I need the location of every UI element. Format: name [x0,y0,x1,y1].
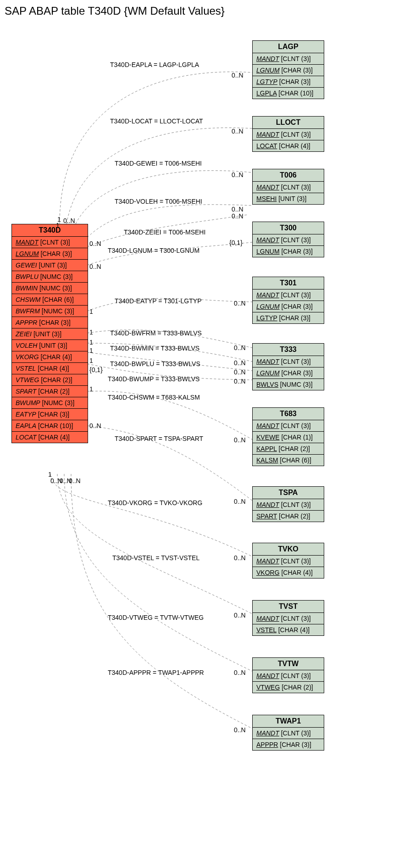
entity-tvko: TVKOMANDT [CLNT (3)]VKORG [CHAR (4)] [252,543,324,579]
cardinality-left: 1 [89,308,93,315]
cardinality-left: 1 [56,222,60,229]
entity-t300: T300MANDT [CLNT (3)]LGNUM [CHAR (3)] [252,222,324,257]
relation-label: T340D-VTWEG = TVTW-VTWEG [108,614,204,621]
entity-twap1: TWAP1MANDT [CLNT (3)]APPPR [CHAR (3)] [252,715,324,751]
cardinality-right: 0..N [234,436,246,444]
field-vstel: VSTEL [CHAR (4)] [12,363,88,374]
field-zeiei: ZEIEI [UNIT (3)] [12,328,88,340]
relation-label: T340D-EATYP = T301-LGTYP [115,297,201,305]
cardinality-right: 0..N [234,669,246,676]
field-spart: SPART [CHAR (2)] [12,386,88,397]
relation-label: T340D-VOLEH = T006-MSEHI [115,198,202,205]
entity-header: T683 [253,408,324,420]
entity-header: T333 [253,344,324,356]
field-locat: LOCAT [CHAR (4)] [253,140,324,151]
field-lgnum: LGNUM [CHAR (3)] [253,246,324,257]
entity-t683: T683MANDT [CLNT (3)]KVEWE [CHAR (1)]KAPP… [252,407,324,466]
relation-label: T340D-BWUMP = T333-BWLVS [108,375,199,383]
relation-label: T340D-GEWEI = T006-MSEHI [115,160,202,167]
entity-header: TWAP1 [253,715,324,728]
entity-t301: T301MANDT [CLNT (3)]LGNUM [CHAR (3)]LGTY… [252,277,324,324]
entity-t340d-header: T340D [12,224,88,237]
relation-label: T340D-CHSWM = T683-KALSM [108,394,200,401]
entity-header: TSPA [253,487,324,499]
cardinality-left: 1 [89,357,93,364]
entity-header: T006 [253,169,324,182]
field-lgnum: LGNUM [CHAR (3)] [253,65,324,76]
entity-header: T300 [253,222,324,234]
cardinality-left: {0,1} [89,366,103,373]
relation-label: T340D-BWPLU = T333-BWLVS [110,360,200,367]
field-bwump: BWUMP [NUMC (3)] [12,397,88,409]
page-title: SAP ABAP table T340D {WM Default Values} [5,5,393,17]
cardinality-left: 0..N [63,217,75,224]
entity-tspa: TSPAMANDT [CLNT (3)]SPART [CHAR (2)] [252,486,324,522]
field-voleh: VOLEH [UNIT (3)] [12,340,88,351]
cardinality-right: 0..N [234,726,246,734]
entity-header: TVKO [253,543,324,556]
field-lgnum: LGNUM [CHAR (3)] [253,301,324,312]
relation-label: T340D-BWMIN = T333-BWLVS [110,345,199,352]
field-mandt: MANDT [CLNT (3)] [253,129,324,140]
field-eatyp: EATYP [CHAR (3)] [12,409,88,420]
field-bwmin: BWMIN [NUMC (3)] [12,283,88,294]
cardinality-left: 0..N [89,240,101,247]
entity-header: TVST [253,601,324,613]
relation-label: T340D-APPPR = TWAP1-APPPR [108,669,204,676]
connector-lines [5,22,388,868]
er-diagram: T340D MANDT [CLNT (3)]LGNUM [CHAR (3)]GE… [5,22,388,868]
field-bwfrm: BWFRM [NUMC (3)] [12,306,88,317]
entity-t333: T333MANDT [CLNT (3)]LGNUM [CHAR (3)]BWLV… [252,343,324,390]
field-mandt: MANDT [CLNT (3)] [253,53,324,65]
field-apppr: APPPR [CHAR (3)] [12,317,88,328]
relation-label: T340D-VSTEL = TVST-VSTEL [112,554,199,562]
cardinality-left: 0..N [89,422,101,429]
cardinality-left: 1 [89,385,93,393]
field-bwlvs: BWLVS [NUMC (3)] [253,379,324,390]
field-gewei: GEWEI [UNIT (3)] [12,260,88,271]
entity-tvtw: TVTWMANDT [CLNT (3)]VTWEG [CHAR (2)] [252,657,324,693]
field-lgnum: LGNUM [CHAR (3)] [253,367,324,379]
field-eapla: EAPLA [CHAR (10)] [12,420,88,432]
cardinality-right: 0..N [232,206,244,213]
field-lgnum: LGNUM [CHAR (3)] [12,248,88,260]
relation-label: T340D-BWFRM = T333-BWLVS [110,329,202,337]
field-vtweg: VTWEG [CHAR (2)] [12,374,88,386]
entity-header: LAGP [253,41,324,53]
cardinality-right: 0..N [234,368,246,376]
cardinality-left: 0..N [89,263,101,270]
field-mandt: MANDT [CLNT (3)] [253,556,324,567]
cardinality-right: 0..N [234,498,246,505]
field-locat: LOCAT [CHAR (4)] [12,432,88,443]
cardinality-right: {0,1} [229,239,243,246]
field-spart: SPART [CHAR (2)] [253,511,324,522]
field-vtweg: VTWEG [CHAR (2)] [253,682,324,693]
relation-label: T340D-EAPLA = LAGP-LGPLA [110,61,199,68]
entity-t006: T006MANDT [CLNT (3)]MSEHI [UNIT (3)] [252,169,324,205]
field-mandt: MANDT [CLNT (3)] [253,499,324,511]
cardinality-right: 0..N [234,612,246,619]
field-mandt: MANDT [CLNT (3)] [253,356,324,367]
relation-label: T340D-VKORG = TVKO-VKORG [108,499,202,506]
cardinality-right: 0..N [232,72,244,79]
field-chswm: CHSWM [CHAR (6)] [12,294,88,306]
entity-header: TVTW [253,658,324,670]
field-mandt: MANDT [CLNT (3)] [253,182,324,193]
cardinality-left: 1 [89,347,93,354]
field-kappl: KAPPL [CHAR (2)] [253,443,324,455]
entity-t340d: T340D MANDT [CLNT (3)]LGNUM [CHAR (3)]GE… [11,224,88,443]
field-bwplu: BWPLU [NUMC (3)] [12,271,88,283]
field-vkorg: VKORG [CHAR (4)] [12,351,88,363]
field-lgpla: LGPLA [CHAR (10)] [253,88,324,99]
field-apppr: APPPR [CHAR (3)] [253,739,324,750]
cardinality-right: 0..N [234,378,246,385]
cardinality-right: 0..N [232,212,244,220]
field-mandt: MANDT [CLNT (3)] [253,670,324,682]
entity-tvst: TVSTMANDT [CLNT (3)]VSTEL [CHAR (4)] [252,600,324,636]
field-mandt: MANDT [CLNT (3)] [253,613,324,624]
field-msehi: MSEHI [UNIT (3)] [253,193,324,204]
field-vkorg: VKORG [CHAR (4)] [253,567,324,578]
cardinality-right: 0..N [232,128,244,135]
entity-lagp: LAGPMANDT [CLNT (3)]LGNUM [CHAR (3)]LGTY… [252,40,324,99]
field-kvewe: KVEWE [CHAR (1)] [253,432,324,443]
